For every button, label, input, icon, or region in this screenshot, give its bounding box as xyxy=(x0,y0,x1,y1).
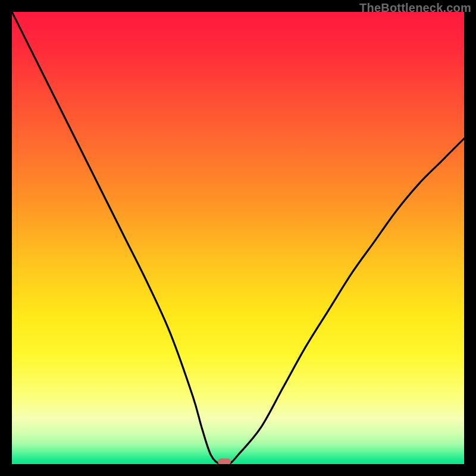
chart-canvas: TheBottleneck.com xyxy=(0,0,476,476)
watermark-text: TheBottleneck.com xyxy=(359,1,471,15)
bottleneck-curve xyxy=(12,12,464,464)
plot-area xyxy=(12,12,464,464)
optimal-point-marker xyxy=(218,459,231,464)
